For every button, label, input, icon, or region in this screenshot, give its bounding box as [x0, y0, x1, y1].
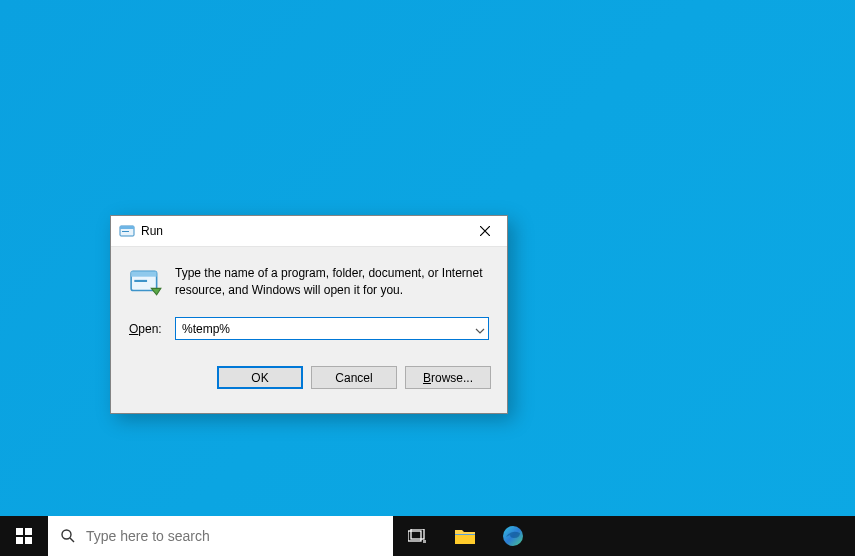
edge-icon [502, 525, 524, 547]
dialog-title: Run [141, 224, 163, 238]
open-label: Open: [129, 322, 167, 336]
task-view-button[interactable] [393, 516, 441, 556]
svg-rect-4 [131, 271, 157, 276]
button-row: OK Cancel Browse... [129, 366, 491, 389]
browse-button[interactable]: Browse... [405, 366, 491, 389]
svg-rect-5 [134, 280, 147, 282]
svg-rect-8 [16, 537, 23, 544]
open-row: Open: [129, 317, 489, 340]
svg-rect-2 [122, 231, 129, 232]
run-title-icon [119, 223, 135, 239]
title-bar[interactable]: Run [111, 216, 507, 247]
close-icon [480, 226, 490, 236]
open-input[interactable] [175, 317, 489, 340]
edge-button[interactable] [489, 516, 537, 556]
svg-rect-16 [455, 534, 475, 544]
start-button[interactable] [0, 516, 48, 556]
svg-rect-1 [120, 226, 134, 229]
taskbar [0, 516, 855, 556]
info-row: Type the name of a program, folder, docu… [129, 265, 489, 299]
svg-line-11 [70, 538, 74, 542]
svg-rect-7 [25, 528, 32, 535]
dialog-body: Type the name of a program, folder, docu… [111, 247, 507, 389]
svg-point-10 [62, 530, 71, 539]
open-combobox[interactable] [175, 317, 489, 340]
file-explorer-button[interactable] [441, 516, 489, 556]
folder-icon [455, 528, 475, 544]
run-dialog: Run Type the name of a program, folder, … [110, 215, 508, 414]
svg-rect-9 [25, 537, 32, 544]
ok-button[interactable]: OK [217, 366, 303, 389]
task-view-icon [408, 529, 426, 543]
close-button[interactable] [462, 216, 507, 246]
info-text: Type the name of a program, folder, docu… [175, 265, 489, 299]
svg-rect-17 [455, 534, 475, 535]
windows-logo-icon [16, 528, 32, 544]
search-icon [60, 528, 76, 544]
cancel-button[interactable]: Cancel [311, 366, 397, 389]
svg-rect-6 [16, 528, 23, 535]
run-app-icon [129, 265, 163, 299]
search-input[interactable] [86, 528, 381, 544]
taskbar-search[interactable] [48, 516, 393, 556]
